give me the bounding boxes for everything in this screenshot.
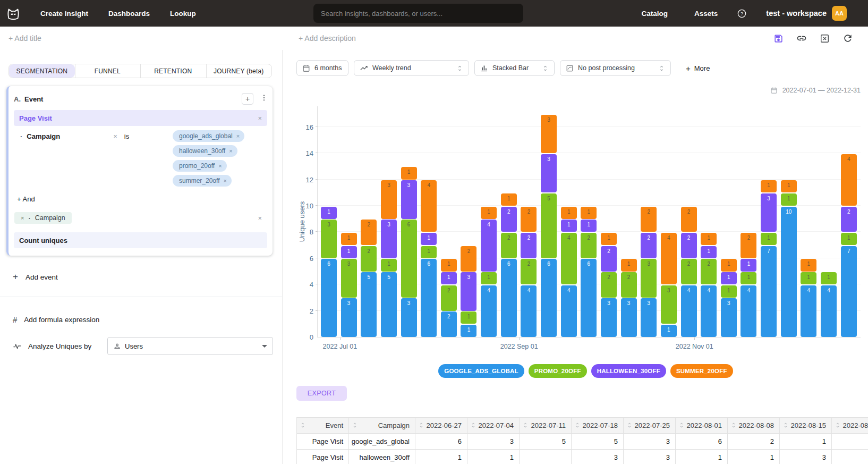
bar-2022-11-28[interactable]: 1317 [761,180,777,337]
bar-segment[interactable]: 1 [781,180,797,192]
remove-value-icon[interactable]: × [218,163,222,169]
add-event-button[interactable]: + Add event [13,272,282,282]
table-column-header[interactable]: Event [297,418,349,434]
bar-segment[interactable]: 2 [641,207,657,232]
breakdown-tag[interactable]: × · Campaign [14,212,72,224]
filter-property[interactable]: Campaign [27,132,60,140]
sort-icon[interactable] [626,422,633,430]
bar-segment[interactable]: 1 [581,207,597,219]
table-column-header[interactable]: 2022-08-08 [728,418,780,434]
bar-segment[interactable]: 1 [461,325,476,337]
bar-segment[interactable]: 2 [741,233,756,258]
bar-segment[interactable]: 3 [721,298,737,337]
bar-segment[interactable]: 1 [401,167,417,179]
table-column-header[interactable]: 2022-07-11 [520,418,572,434]
bar-2022-06-27[interactable]: 136 [321,206,337,337]
bar-segment[interactable]: 2 [681,233,697,258]
nav-assets[interactable]: Assets [694,10,718,18]
bar-segment[interactable]: 1 [621,259,637,271]
bar-segment[interactable]: 1 [581,220,597,232]
kebab-menu-icon[interactable] [260,94,268,102]
sort-icon[interactable] [574,422,581,430]
table-column-header[interactable]: 2022-08-22 [832,418,868,434]
post-processing-select[interactable]: No post processing [560,60,671,76]
bar-segment[interactable]: 1 [661,325,677,337]
bar-segment[interactable]: 1 [741,272,756,284]
legend-pill[interactable]: HALLOWEEN_30OFF [591,364,666,378]
bar-segment[interactable]: 3 [341,298,357,337]
bar-segment[interactable]: 3 [401,298,417,337]
remove-event-icon[interactable]: × [258,114,262,122]
remove-breakdown-row-icon[interactable]: × [258,214,262,222]
help-icon[interactable]: ? [737,9,747,19]
filter-operator[interactable]: is [124,132,129,140]
bar-segment[interactable]: 2 [641,233,657,258]
bar-segment[interactable]: 4 [481,285,497,337]
bar-segment[interactable]: 4 [561,285,577,337]
bar-segment[interactable]: 5 [381,272,397,337]
tab-funnel[interactable]: FUNNEL [75,64,141,78]
add-formula-button[interactable]: # Add formula expression [13,314,282,325]
bar-2022-11-14[interactable]: 1113 [721,258,737,337]
tab-journey[interactable]: JOURNEY (beta) [206,64,272,78]
bar-2022-07-25[interactable]: 1363 [401,166,417,337]
filter-value-pill[interactable]: summer_20off× [173,175,232,187]
bar-segment[interactable]: 6 [541,259,557,337]
bar-segment[interactable]: 2 [621,272,637,298]
bar-segment[interactable]: 1 [441,272,457,284]
bar-segment[interactable]: 4 [741,285,756,337]
bar-2022-10-31[interactable]: 2224 [681,206,697,337]
bar-2022-11-21[interactable]: 2114 [741,232,756,337]
bar-segment[interactable]: 1 [741,259,756,271]
sort-icon[interactable] [678,422,685,430]
bar-segment[interactable]: 4 [801,285,816,337]
bar-segment[interactable]: 5 [361,272,377,337]
bar-2022-08-29[interactable]: 1226 [501,192,517,337]
bar-2022-09-26[interactable]: 1126 [581,206,597,337]
bar-2022-09-19[interactable]: 1144 [561,206,577,337]
sort-icon[interactable] [730,422,737,430]
bar-segment[interactable]: 2 [521,259,537,284]
bar-segment[interactable]: 1 [421,246,437,258]
bar-segment[interactable]: 4 [681,285,697,337]
bar-segment[interactable]: 1 [841,233,857,245]
table-column-header[interactable]: 2022-08-01 [676,418,728,434]
bar-2022-10-10[interactable]: 123 [621,258,637,337]
bar-segment[interactable]: 4 [661,233,677,284]
bar-segment[interactable]: 7 [841,246,857,337]
bar-segment[interactable]: 3 [541,115,557,154]
bar-2022-10-17[interactable]: 2233 [641,206,657,337]
bar-segment[interactable]: 3 [381,220,397,258]
bar-segment[interactable]: 4 [521,285,537,337]
remove-filter-icon[interactable]: × [113,132,117,140]
bar-segment[interactable]: 6 [421,259,437,337]
aggregation-select[interactable]: Count uniques [14,232,267,248]
bar-segment[interactable]: 6 [581,259,597,337]
legend-pill[interactable]: PROMO_20OFF [529,364,587,378]
sort-icon[interactable] [835,422,841,430]
bar-segment[interactable]: 10 [781,207,797,338]
bar-2022-07-11[interactable]: 225 [361,219,377,337]
tab-segmentation[interactable]: SEGMENTATION [9,64,75,78]
tab-retention[interactable]: RETENTION [140,64,206,78]
analyze-by-select[interactable]: Users [107,337,273,355]
sort-icon[interactable] [522,422,529,430]
search-input[interactable]: Search insights, dashboards, or users... [313,4,523,23]
remove-breakdown-icon[interactable]: × [21,215,24,221]
bar-segment[interactable]: 1 [461,311,476,324]
bar-segment[interactable]: 1 [341,246,357,258]
bar-segment[interactable]: 1 [441,259,457,271]
bar-segment[interactable]: 1 [801,272,816,284]
bar-segment[interactable]: 1 [701,233,717,245]
bar-segment[interactable]: 3 [601,298,617,337]
trend-select[interactable]: Weekly trend [354,60,469,76]
add-description-button[interactable]: + Add description [299,34,356,43]
bar-segment[interactable]: 1 [721,285,737,298]
bar-segment[interactable]: 1 [381,259,397,271]
bar-segment[interactable]: 2 [441,311,457,337]
remove-value-icon[interactable]: × [236,133,240,139]
refresh-icon[interactable] [843,33,853,44]
bar-segment[interactable]: 6 [501,259,517,337]
event-select[interactable]: Page Visit × [14,110,267,126]
bar-segment[interactable]: 2 [361,220,377,245]
